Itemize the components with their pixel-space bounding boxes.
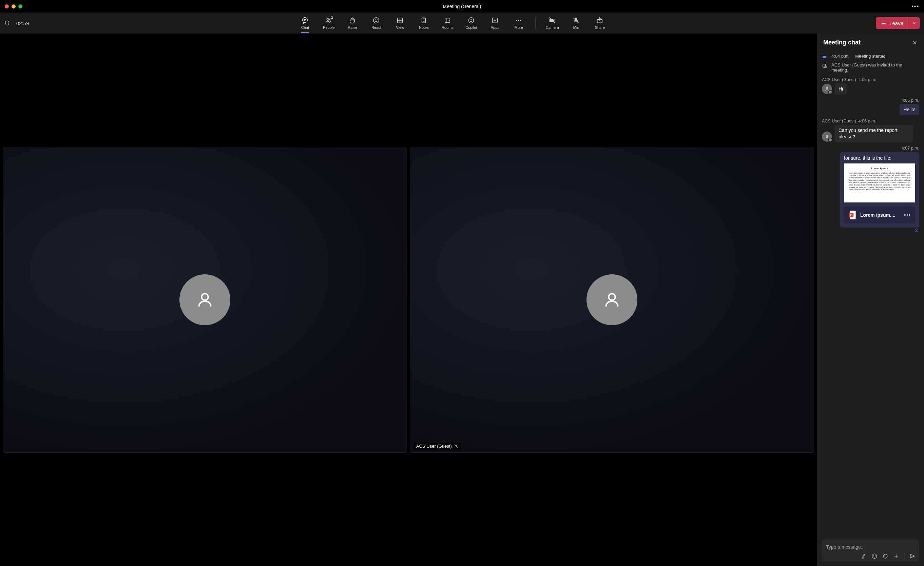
view-button[interactable]: View [393, 16, 407, 30]
svg-point-3 [374, 18, 379, 23]
leave-dropdown[interactable] [908, 17, 920, 29]
window-controls [5, 4, 22, 9]
camera-button[interactable]: Camera [545, 16, 560, 30]
share-button[interactable]: Share [592, 16, 607, 30]
react-button[interactable]: React [369, 16, 383, 30]
raise-hand-icon [349, 16, 356, 24]
apps-icon [491, 16, 499, 24]
message-text: for sure, this is the file: [840, 152, 919, 163]
send-button[interactable] [909, 553, 915, 559]
participant-tile[interactable] [3, 147, 407, 452]
mic-muted-icon [454, 444, 458, 448]
attachment-more-icon[interactable]: ••• [904, 212, 911, 218]
participant-name: ACS User (Guest) [416, 443, 452, 449]
view-icon [396, 16, 404, 24]
notes-label: Notes [419, 25, 429, 30]
copilot-label: Copilot [465, 25, 477, 30]
svg-point-29 [875, 556, 876, 556]
react-icon [372, 16, 380, 24]
minimize-window-button[interactable] [12, 4, 16, 9]
chat-icon [301, 16, 309, 24]
people-button[interactable]: 2 People [322, 16, 336, 30]
chat-header: Meeting chat [817, 34, 924, 50]
rooms-label: Rooms [442, 25, 453, 30]
shield-icon[interactable] [4, 19, 10, 27]
svg-point-16 [609, 293, 615, 301]
message-bubble[interactable]: Hello! [900, 104, 919, 115]
attachment-filename: Lorem ipsum.... [860, 212, 901, 218]
raise-label: Raise [348, 25, 357, 30]
message-header: ACS User (Guest) 4:05 p.m. [822, 77, 919, 82]
message-author: ACS User (Guest) [822, 119, 856, 123]
notes-button[interactable]: Notes [417, 16, 431, 30]
raise-button[interactable]: Raise [345, 16, 360, 30]
meeting-toolbar: 02:59 Chat 2 People Raise React [0, 12, 924, 34]
more-button[interactable]: More [512, 16, 526, 30]
rooms-button[interactable]: Rooms [440, 16, 454, 30]
message-time: 4:07 p.m. [902, 146, 919, 151]
mic-label: Mic [573, 25, 579, 30]
video-icon [822, 54, 828, 60]
mic-button[interactable]: Mic [569, 16, 583, 30]
apps-button[interactable]: Apps [488, 16, 502, 30]
close-chat-button[interactable] [912, 40, 918, 46]
video-stage: ACS User (Guest) [0, 34, 817, 566]
message-header: 4:05 p.m. [822, 98, 919, 103]
system-text: Meeting started [855, 54, 886, 59]
camera-label: Camera [546, 25, 559, 30]
message-time: 4:05 p.m. [858, 77, 876, 82]
loop-icon[interactable] [882, 553, 888, 559]
attachment-card[interactable]: for sure, this is the file: Lorem ipsum … [840, 152, 919, 228]
message-bubble[interactable]: Hi [835, 84, 847, 94]
leave-label: Leave [890, 20, 903, 26]
message-input[interactable] [825, 542, 916, 553]
svg-point-10 [516, 19, 517, 21]
svg-point-11 [518, 19, 519, 21]
attach-plus-icon[interactable] [893, 553, 899, 559]
avatar-icon [822, 132, 832, 142]
more-options-icon[interactable]: ••• [912, 3, 919, 9]
emoji-icon[interactable] [872, 553, 878, 559]
attachment-file[interactable]: P Lorem ipsum.... ••• [844, 207, 915, 223]
react-label: React [371, 25, 381, 30]
message-bubble[interactable]: Can you send me the report please? [835, 125, 913, 142]
composer-separator [904, 553, 904, 559]
svg-point-22 [826, 135, 828, 137]
message-author: ACS User (Guest) [822, 77, 856, 82]
system-text: ACS User (Guest) was invited to the meet… [831, 62, 919, 73]
system-time: 4:04 p.m. [831, 54, 850, 59]
attachment-preview: Lorem ipsum Lorem ipsum dolor sit amet, … [844, 163, 915, 202]
system-meeting-started: 4:04 p.m. Meeting started [822, 52, 919, 61]
window-titlebar: Meeting (General) ••• [0, 0, 924, 12]
phone-hangup-icon [880, 20, 886, 26]
participant-label: ACS User (Guest) [414, 443, 461, 450]
chat-button[interactable]: Chat [298, 16, 312, 30]
person-add-icon [822, 63, 828, 69]
svg-point-12 [520, 19, 521, 21]
close-window-button[interactable] [5, 4, 9, 9]
more-icon [515, 16, 522, 24]
mic-off-icon [572, 16, 580, 24]
window-title: Meeting (General) [0, 4, 924, 9]
powerpoint-file-icon: P [848, 210, 857, 220]
message-row: Hello! [822, 104, 919, 115]
message-header: 4:07 p.m. [822, 146, 919, 151]
svg-point-2 [330, 19, 331, 20]
copilot-button[interactable]: Copilot [464, 16, 478, 30]
share-label: Share [595, 25, 605, 30]
preview-title: Lorem ipsum [871, 167, 888, 170]
message-time: 4:05 p.m. [902, 98, 919, 103]
people-label: People [323, 25, 334, 30]
leave-button[interactable]: Leave [876, 17, 908, 29]
svg-point-26 [915, 229, 918, 232]
more-label: More [514, 25, 523, 30]
participant-tile[interactable]: ACS User (Guest) [410, 147, 814, 452]
svg-point-0 [303, 18, 308, 23]
close-icon [912, 40, 918, 46]
maximize-window-button[interactable] [18, 4, 22, 9]
rooms-icon [444, 16, 451, 24]
chat-messages[interactable]: 4:04 p.m. Meeting started ACS User (Gues… [817, 50, 924, 536]
format-icon[interactable] [861, 553, 867, 559]
system-user-invited: ACS User (Guest) was invited to the meet… [822, 61, 919, 74]
svg-point-27 [872, 554, 877, 559]
